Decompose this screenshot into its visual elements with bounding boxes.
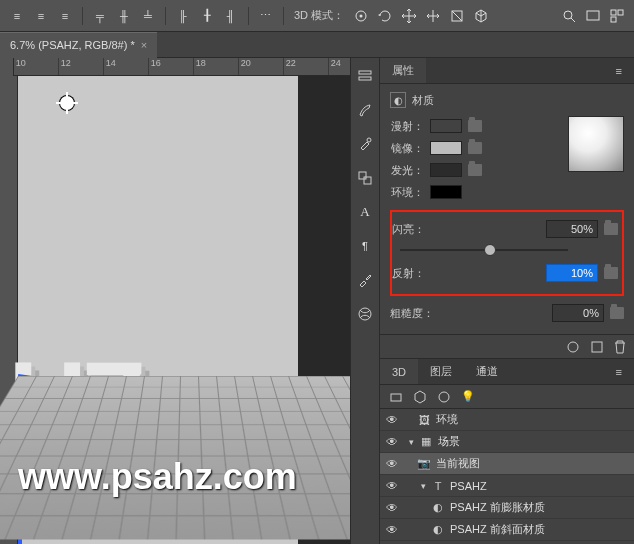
shine-label: 闪亮：: [392, 222, 434, 237]
distribute-right-icon[interactable]: ╢: [220, 5, 242, 27]
layer-material[interactable]: 👁 ◐ PSAHZ 前斜面材质: [380, 519, 634, 541]
properties-footer: [380, 334, 634, 358]
panel-menu-icon[interactable]: ≡: [604, 58, 634, 83]
svg-point-3: [564, 11, 572, 19]
layer-scene[interactable]: 👁 ▾ ▦ 场景: [380, 431, 634, 453]
filter-scene-icon[interactable]: [388, 389, 404, 405]
3d-layer-list: 👁 🖼 环境 👁 ▾ ▦ 场景 👁 📷 当前视图: [380, 409, 634, 544]
layer-group[interactable]: 👁 ▾ T PSAHZ: [380, 475, 634, 497]
libraries-panel-icon[interactable]: [355, 304, 375, 324]
disclosure-icon[interactable]: ▾: [416, 481, 430, 491]
svg-point-13: [568, 342, 578, 352]
ruler-tick: 14: [104, 58, 149, 75]
tool-presets-panel-icon[interactable]: [355, 270, 375, 290]
pan-icon[interactable]: [398, 5, 420, 27]
ambient-swatch[interactable]: [430, 185, 462, 199]
material-icon: ◐: [430, 522, 446, 538]
render-icon[interactable]: [590, 340, 604, 354]
cube-icon[interactable]: [470, 5, 492, 27]
tab-channels[interactable]: 通道: [464, 359, 510, 384]
reflect-input[interactable]: [546, 264, 598, 282]
svg-rect-5: [611, 10, 616, 15]
distribute-bottom-icon[interactable]: ╧: [137, 5, 159, 27]
tab-properties[interactable]: 属性: [380, 58, 426, 83]
ruler-horizontal[interactable]: 10 12 14 16 18 20 22 24 26 28: [14, 58, 350, 76]
svg-rect-6: [618, 10, 623, 15]
close-icon[interactable]: ×: [141, 39, 147, 51]
distribute-top-icon[interactable]: ╤: [89, 5, 111, 27]
character-panel-icon[interactable]: A: [355, 202, 375, 222]
clone-source-panel-icon[interactable]: [355, 168, 375, 188]
disclosure-icon[interactable]: ▾: [404, 437, 418, 447]
watermark: www.psahz.com: [18, 456, 297, 498]
visibility-toggle[interactable]: 👁: [380, 435, 404, 449]
document-tab[interactable]: 6.7% (PSAHZ, RGB/8#) * ×: [0, 32, 157, 58]
layer-current-view[interactable]: 👁 📷 当前视图: [380, 453, 634, 475]
roughness-texture-icon[interactable]: [610, 307, 624, 319]
svg-rect-15: [391, 394, 401, 401]
ambient-label: 环境：: [390, 185, 424, 200]
diffuse-swatch[interactable]: [430, 119, 462, 133]
tab-layers[interactable]: 图层: [418, 359, 464, 384]
slide-icon[interactable]: [422, 5, 444, 27]
material-preview[interactable]: [568, 116, 624, 172]
roughness-input[interactable]: [552, 304, 604, 322]
visibility-toggle[interactable]: 👁: [380, 501, 404, 515]
light-gizmo-icon[interactable]: [60, 96, 74, 110]
rotate-icon[interactable]: [374, 5, 396, 27]
collapsed-panel-dock: A ¶: [350, 58, 380, 544]
screen-mode-icon[interactable]: [582, 5, 604, 27]
tab-3d[interactable]: 3D: [380, 359, 418, 384]
visibility-toggle[interactable]: 👁: [380, 523, 404, 537]
visibility-toggle[interactable]: 👁: [380, 457, 404, 471]
visibility-toggle[interactable]: 👁: [380, 479, 404, 493]
annotation-highlight: 闪亮： 反射：: [390, 210, 624, 296]
specular-texture-icon[interactable]: [468, 142, 482, 154]
separator: [248, 7, 249, 25]
axis-z-gizmo[interactable]: [18, 374, 236, 409]
glow-texture-icon[interactable]: [468, 164, 482, 176]
3d-filter-bar: 💡: [380, 385, 634, 409]
specular-swatch[interactable]: [430, 141, 462, 155]
brush-panel-icon[interactable]: [355, 100, 375, 120]
trash-icon[interactable]: [614, 340, 626, 354]
align-left-icon[interactable]: ≡: [6, 5, 28, 27]
3d-panel-tabs: 3D 图层 通道 ≡: [380, 359, 634, 385]
align-right-icon[interactable]: ≡: [54, 5, 76, 27]
scene-icon: ▦: [418, 434, 434, 450]
workspace-icon[interactable]: [606, 5, 628, 27]
reflect-texture-icon[interactable]: [604, 267, 618, 279]
panel-menu-icon[interactable]: ≡: [604, 359, 634, 384]
align-center-icon[interactable]: ≡: [30, 5, 52, 27]
svg-point-10: [367, 138, 371, 142]
shine-slider[interactable]: [400, 242, 568, 258]
canvas-area: 10 12 14 16 18 20 22 24 26 28 HZ: [0, 58, 350, 544]
ruler-origin[interactable]: [0, 58, 14, 76]
distribute-hcenter-icon[interactable]: ╂: [196, 5, 218, 27]
visibility-toggle[interactable]: 👁: [380, 413, 404, 427]
scale-icon[interactable]: [446, 5, 468, 27]
filter-material-icon[interactable]: [436, 389, 452, 405]
filter-mesh-icon[interactable]: [412, 389, 428, 405]
shine-input[interactable]: [546, 220, 598, 238]
search-icon[interactable]: [558, 5, 580, 27]
diffuse-texture-icon[interactable]: [468, 120, 482, 132]
layer-material[interactable]: 👁 ◐ PSAHZ 前膨胀材质: [380, 497, 634, 519]
3d-text[interactable]: HZ: [8, 336, 139, 463]
filter-light-icon[interactable]: 💡: [460, 389, 476, 405]
brush-settings-panel-icon[interactable]: [355, 134, 375, 154]
distribute-vcenter-icon[interactable]: ╫: [113, 5, 135, 27]
glow-swatch[interactable]: [430, 163, 462, 177]
orbit-icon[interactable]: [350, 5, 372, 27]
render-settings-icon[interactable]: [566, 340, 580, 354]
shine-texture-icon[interactable]: [604, 223, 618, 235]
svg-rect-12: [364, 177, 371, 184]
tab-title: 6.7% (PSAHZ, RGB/8#) *: [10, 39, 135, 51]
history-panel-icon[interactable]: [355, 66, 375, 86]
document-tabs: 6.7% (PSAHZ, RGB/8#) * ×: [0, 32, 634, 58]
paragraph-panel-icon[interactable]: ¶: [355, 236, 375, 256]
more-icon[interactable]: ⋯: [255, 5, 277, 27]
svg-rect-9: [359, 77, 371, 80]
distribute-left-icon[interactable]: ╟: [172, 5, 194, 27]
layer-environment[interactable]: 👁 🖼 环境: [380, 409, 634, 431]
